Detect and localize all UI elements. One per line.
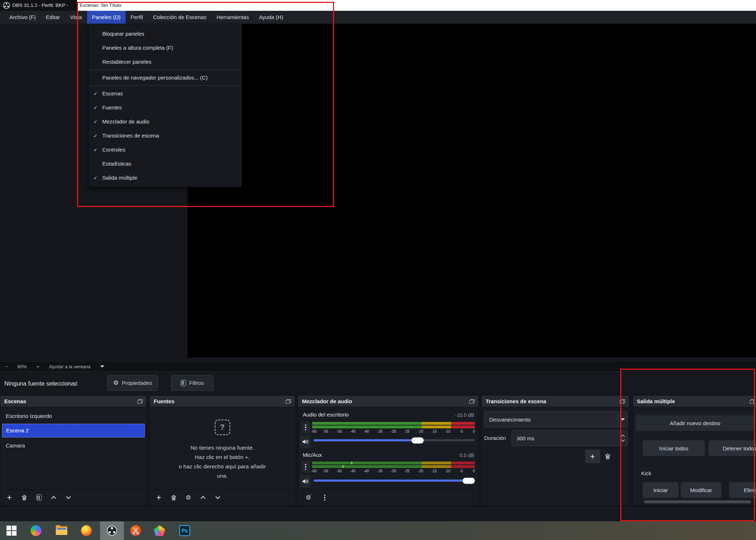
- chevron-down-icon[interactable]: [100, 365, 104, 370]
- taskbar-obs[interactable]: [107, 525, 117, 536]
- sources-panel-header[interactable]: Fuentes: [150, 396, 295, 407]
- checkmark-icon: ✓: [89, 105, 102, 111]
- fit-to-window-label[interactable]: Ajustar a la ventana: [49, 364, 90, 369]
- move-source-down-button[interactable]: [213, 492, 222, 503]
- menuitem-restablecer-paneles[interactable]: Restablecer paneles: [89, 55, 242, 69]
- scene-filters-button[interactable]: [34, 492, 44, 503]
- taskbar-file-explorer[interactable]: [56, 525, 67, 536]
- move-scene-down-button[interactable]: [64, 492, 73, 503]
- mute-button-mic-aux[interactable]: [300, 475, 311, 488]
- menu-herramientas[interactable]: Herramientas: [211, 11, 254, 24]
- scene-item-escena-2[interactable]: Escena 2: [2, 424, 145, 437]
- menu-perfil[interactable]: Perfil: [126, 11, 148, 24]
- audio-mixer-header[interactable]: Mezclador de audio: [298, 396, 478, 407]
- add-source-button[interactable]: +: [154, 492, 163, 503]
- scene-item-escritorio-izquierdo[interactable]: Escritorio Izquierdo: [2, 410, 145, 422]
- taskbar-photoshop[interactable]: Ps: [179, 525, 190, 536]
- remove-source-button[interactable]: [169, 492, 178, 503]
- menuitem-label: Mezclador de audio: [102, 118, 149, 125]
- taskbar-firefox[interactable]: [81, 525, 92, 536]
- spin-up-icon[interactable]: [621, 435, 625, 437]
- menuitem-paneles-altura-completa[interactable]: Paneles a altura completa (F): [89, 41, 242, 55]
- channel-menu-mic-aux[interactable]: [301, 461, 310, 473]
- remove-transition-button[interactable]: [603, 451, 612, 462]
- menu-coleccion-escenas[interactable]: Colección de Escenas: [148, 11, 211, 24]
- scenes-panel-toolbar: +: [0, 489, 147, 505]
- menuitem-salida-multiple[interactable]: ✓ Salida múltiple: [89, 171, 242, 185]
- remove-scene-button[interactable]: [19, 492, 29, 503]
- taskbar-snipping-tool[interactable]: [130, 525, 141, 536]
- add-scene-button[interactable]: +: [5, 492, 14, 503]
- source-toolbar: Ninguna fuente seleccionada ⚙ Propiedade…: [0, 372, 756, 395]
- menuitem-controles[interactable]: ✓ Controles: [89, 143, 242, 157]
- filters-button[interactable]: Filtros: [171, 375, 213, 391]
- menu-archivo[interactable]: Archivo (F): [4, 11, 41, 24]
- taskbar-pentagon-app[interactable]: [154, 525, 165, 536]
- mixer-menu-button[interactable]: [320, 492, 329, 503]
- zoom-out-button[interactable]: −: [5, 364, 8, 369]
- menu-vista[interactable]: Vista: [65, 11, 87, 24]
- menuitem-label: Paneles a altura completa (F): [102, 45, 173, 51]
- audio-meter-desktop-left: [312, 422, 475, 425]
- transitions-menu-button[interactable]: [620, 453, 621, 458]
- spin-down-icon[interactable]: [621, 439, 625, 442]
- menuitem-label: Restablecer paneles: [102, 59, 152, 65]
- slider-handle[interactable]: [411, 437, 424, 444]
- popout-icon[interactable]: [750, 399, 755, 404]
- move-source-up-button[interactable]: [198, 492, 208, 503]
- duration-spinbox[interactable]: 300 ms: [512, 430, 627, 446]
- taskbar-copilot[interactable]: [31, 525, 41, 536]
- menuitem-bloquear-paneles[interactable]: Bloquear paneles: [89, 27, 242, 41]
- menu-ayuda[interactable]: Ayuda (H): [254, 11, 288, 24]
- menuitem-escenas[interactable]: ✓ Escenas: [89, 86, 242, 100]
- menu-paneles[interactable]: Paneles (D): [87, 11, 126, 24]
- stop-all-button[interactable]: Detener todos: [708, 440, 756, 456]
- start-all-button[interactable]: Iniciar todos: [643, 440, 705, 456]
- properties-button[interactable]: ⚙ Propiedades: [107, 375, 158, 391]
- menuitem-mezclador-audio[interactable]: ✓ Mezclador de audio: [89, 114, 242, 129]
- destination-modify-button[interactable]: Modificar: [681, 482, 721, 498]
- menu-editar[interactable]: Editar: [41, 11, 65, 24]
- menuitem-label: Bloquear paneles: [102, 31, 144, 37]
- meter-scale-mic: -60-55-50-45-40-35-30-25-20-15-10-50: [312, 469, 475, 474]
- channel-menu-desktop-audio[interactable]: [301, 422, 310, 433]
- destination-start-button[interactable]: Iniciar: [643, 482, 679, 498]
- menuitem-paneles-navegador[interactable]: Paneles de navegador personalizados... (…: [89, 71, 242, 85]
- menuitem-fuentes[interactable]: ✓ Fuentes: [89, 100, 242, 114]
- transition-select[interactable]: Desvanecimiento: [484, 411, 627, 427]
- source-status-label: Ninguna fuente seleccionada: [4, 372, 77, 395]
- destination-delete-button[interactable]: Eliminar: [729, 482, 756, 498]
- sources-panel-title: Fuentes: [154, 398, 286, 404]
- advanced-audio-properties-button[interactable]: ⚙°: [302, 492, 315, 503]
- horizontal-scrollbar[interactable]: [644, 500, 751, 503]
- popout-icon[interactable]: [138, 399, 143, 404]
- add-transition-button[interactable]: +: [585, 450, 600, 463]
- popout-icon[interactable]: [286, 399, 291, 404]
- add-new-destination-button[interactable]: Añadir nuevo destino: [635, 415, 755, 431]
- zoom-in-button[interactable]: +: [37, 364, 40, 369]
- volume-slider-mic-aux[interactable]: [314, 477, 475, 485]
- menu-bar: Archivo (F) Editar Vista Paneles (D) Per…: [0, 11, 756, 24]
- menuitem-transiciones-escena[interactable]: ✓ Transiciones de escena: [89, 129, 242, 143]
- select-arrow[interactable]: [618, 412, 627, 427]
- move-scene-up-button[interactable]: [49, 492, 58, 503]
- audio-meter-mic-left: [312, 462, 475, 464]
- popout-icon[interactable]: [620, 399, 625, 404]
- mute-button-desktop-audio[interactable]: [300, 435, 311, 448]
- slider-handle[interactable]: [463, 478, 475, 484]
- multi-output-header[interactable]: Salida múltiple: [633, 396, 756, 407]
- peak-marker: [351, 462, 352, 464]
- zoom-level: 60%: [18, 364, 27, 369]
- volume-slider-desktop-audio[interactable]: [314, 436, 475, 444]
- start-button[interactable]: [6, 525, 17, 536]
- sources-panel: Fuentes ? No tienes ninguna fuente. Haz …: [149, 395, 295, 506]
- menuitem-estadisticas[interactable]: Estadísticas: [89, 157, 242, 171]
- scene-item-camara[interactable]: Camara: [2, 440, 145, 452]
- properties-label: Propiedades: [122, 380, 152, 386]
- menu-separator: [89, 85, 242, 86]
- transition-selected-value: Desvanecimiento: [485, 417, 618, 423]
- popout-icon[interactable]: [469, 399, 474, 404]
- scenes-panel-header[interactable]: Escenas: [0, 396, 147, 407]
- transitions-header[interactable]: Transiciones de escena: [482, 396, 629, 407]
- source-properties-button[interactable]: ⚙: [184, 492, 193, 503]
